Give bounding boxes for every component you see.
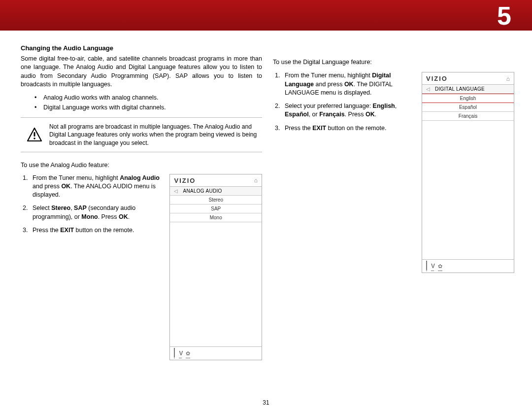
right-column: To use the Digital Language feature: Fro… <box>273 44 514 360</box>
digital-language-menu-mockup: VIZIO ⌂ ◁ DIGITAL LANGUAGE English Españ… <box>422 72 514 273</box>
step-item: Press the EXIT button on the remote. <box>282 124 415 133</box>
step-item: Select your preferred language: English,… <box>282 102 415 119</box>
step-item: Select Stereo, SAP (secondary audio prog… <box>30 204 161 221</box>
page-number: 31 <box>263 399 269 406</box>
analog-audio-menu-mockup: VIZIO ⌂ ◁ ANALOG AUDIO Stereo SAP Mono V… <box>169 174 262 360</box>
phone-header: VIZIO ⌂ <box>170 174 262 187</box>
digital-steps: From the Tuner menu, highlight Digital L… <box>282 71 415 133</box>
v-icon: V <box>431 263 434 270</box>
phone-filler <box>170 222 262 346</box>
menu-title: ANALOG AUDIO <box>183 188 222 194</box>
menu-option: English <box>422 94 514 103</box>
step-item: From the Tuner menu, highlight Analog Au… <box>30 174 161 200</box>
chapter-header: 5 <box>0 0 532 31</box>
digital-use-intro: To use the Digital Language feature: <box>273 58 405 67</box>
menu-option: SAP <box>170 205 262 213</box>
menu-title-row: ◁ DIGITAL LANGUAGE <box>422 85 514 94</box>
menu-option: Español <box>422 103 514 112</box>
warning-icon <box>27 127 42 143</box>
warning-text: Not all programs are broadcast in multip… <box>49 123 259 147</box>
warning-note: Not all programs are broadcast in multip… <box>21 117 262 152</box>
analog-use-intro: To use the Analog Audio feature: <box>21 161 262 170</box>
menu-option: Français <box>422 112 514 121</box>
phone-footer: V ✿ <box>170 346 262 360</box>
svg-rect-1 <box>34 132 35 137</box>
step-item: Press the EXIT button on the remote. <box>30 226 161 235</box>
gear-icon: ✿ <box>438 263 442 269</box>
v-icon: V <box>179 350 182 357</box>
menu-title-row: ◁ ANALOG AUDIO <box>170 187 262 196</box>
home-icon: ⌂ <box>254 177 258 184</box>
wide-icon <box>426 261 427 270</box>
wide-icon <box>174 348 175 357</box>
home-icon: ⌂ <box>506 75 510 82</box>
bullet-item: Digital Language works with digital chan… <box>34 103 262 112</box>
phone-filler <box>422 121 514 259</box>
feature-bullets: Analog Audio works with analog channels.… <box>34 93 262 112</box>
content-columns: Changing the Audio Language Some digital… <box>0 31 532 360</box>
section-heading: Changing the Audio Language <box>21 44 262 52</box>
gear-icon: ✿ <box>186 350 190 356</box>
phone-header: VIZIO ⌂ <box>422 72 514 85</box>
analog-steps: From the Tuner menu, highlight Analog Au… <box>30 174 161 240</box>
brand-logo: VIZIO <box>426 75 448 82</box>
menu-option: Mono <box>170 213 262 222</box>
phone-footer: V ✿ <box>422 259 514 273</box>
svg-point-2 <box>33 137 35 139</box>
bullet-item: Analog Audio works with analog channels. <box>34 93 262 103</box>
menu-title: DIGITAL LANGUAGE <box>435 86 485 92</box>
left-column: Changing the Audio Language Some digital… <box>21 44 262 360</box>
chapter-number: 5 <box>497 1 511 31</box>
step-item: From the Tuner menu, highlight Digital L… <box>282 71 415 97</box>
back-icon: ◁ <box>426 86 430 92</box>
back-icon: ◁ <box>174 188 178 194</box>
brand-logo: VIZIO <box>174 177 196 184</box>
menu-option: Stereo <box>170 196 262 205</box>
intro-paragraph: Some digital free-to-air, cable, and sat… <box>21 55 262 89</box>
